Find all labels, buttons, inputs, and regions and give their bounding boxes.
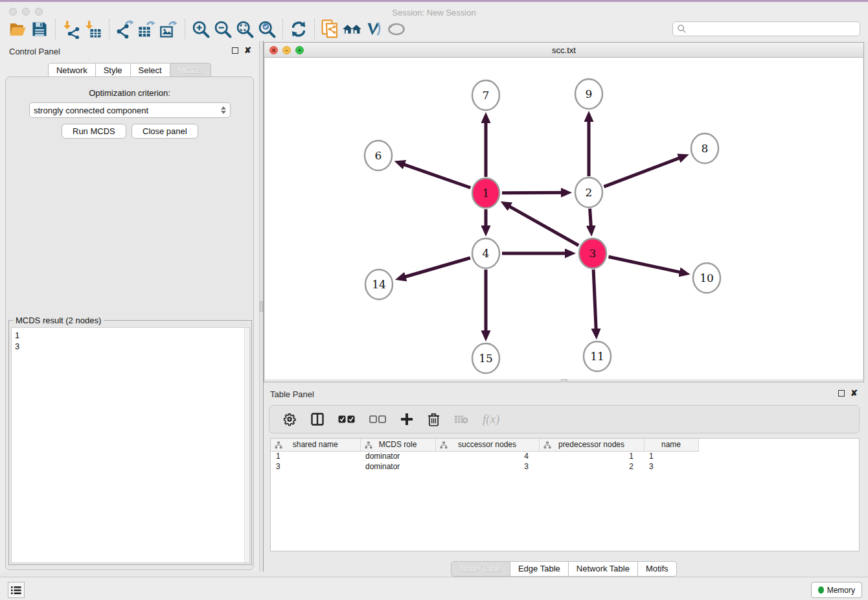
column-mcds-role[interactable]: MCDS role xyxy=(360,439,435,451)
graph-node-15[interactable]: 15 xyxy=(472,343,499,373)
hierarchy-icon xyxy=(543,441,551,451)
import-network-icon[interactable] xyxy=(60,18,82,40)
column-shared-name[interactable]: shared name xyxy=(271,439,360,451)
criterion-value: strongly connected component xyxy=(34,106,148,115)
graph-node-7[interactable]: 7 xyxy=(472,80,499,110)
delete-table-icon xyxy=(454,414,468,424)
import-table-icon[interactable] xyxy=(82,18,104,40)
graph-node-4[interactable]: 4 xyxy=(472,238,499,268)
export-table-icon[interactable] xyxy=(136,18,158,40)
tab-node-table[interactable]: Node Table xyxy=(451,561,510,577)
svg-text:15: 15 xyxy=(479,352,493,365)
float-panel-icon[interactable] xyxy=(232,47,238,54)
mcds-result-legend: MCDS result (2 nodes) xyxy=(13,316,104,325)
search-icon xyxy=(677,24,687,34)
export-network-icon[interactable] xyxy=(114,18,136,40)
column-successor-nodes[interactable]: successor nodes xyxy=(435,439,539,451)
vizmapper-icon[interactable] xyxy=(363,18,385,40)
graph-node-3[interactable]: 3 xyxy=(579,238,606,268)
table-row[interactable]: 1dominator411 xyxy=(271,451,698,461)
svg-text:7: 7 xyxy=(483,89,490,102)
toolbar-separator xyxy=(314,19,315,39)
function-builder-icon: f(x) xyxy=(483,412,499,426)
table-header-row: shared name MCDS role successor nodes pr… xyxy=(271,439,698,451)
svg-text:2: 2 xyxy=(586,186,593,199)
gear-icon[interactable] xyxy=(282,412,297,426)
graph-node-14[interactable]: 14 xyxy=(365,270,393,299)
network-canvas[interactable]: 7968124314101511 xyxy=(265,58,863,379)
add-column-icon[interactable] xyxy=(400,413,413,426)
memory-status-icon xyxy=(818,586,824,594)
svg-text:3: 3 xyxy=(589,247,597,260)
delete-column-icon[interactable] xyxy=(428,413,440,426)
close-panel-icon[interactable]: ✘ xyxy=(851,390,858,397)
node-table-container[interactable]: shared name MCDS role successor nodes pr… xyxy=(270,438,860,551)
svg-text:10: 10 xyxy=(700,271,714,284)
zoom-out-icon[interactable] xyxy=(212,18,234,40)
split-columns-icon[interactable] xyxy=(311,413,324,426)
graph-node-11[interactable]: 11 xyxy=(584,341,611,371)
graph-edge-1-2[interactable] xyxy=(502,192,562,193)
table-tabs: Node Table Edge Table Network Table Moti… xyxy=(264,561,864,577)
close-panel-button[interactable]: Close panel xyxy=(131,124,198,139)
open-file-icon[interactable] xyxy=(6,18,29,40)
column-name[interactable]: name xyxy=(644,439,698,451)
graph-edge-3-10[interactable] xyxy=(608,257,680,272)
graph-node-10[interactable]: 10 xyxy=(693,263,720,293)
graph-edge-2-3[interactable] xyxy=(590,209,591,226)
tab-network-table[interactable]: Network Table xyxy=(569,561,638,577)
select-all-checkboxes-icon[interactable] xyxy=(338,415,355,424)
svg-text:8: 8 xyxy=(702,142,709,155)
graph-edge-3-1[interactable] xyxy=(510,207,579,246)
graph-edge-3-11[interactable] xyxy=(593,270,596,329)
table-row[interactable]: 3dominator323 xyxy=(271,461,698,472)
result-scrollbar[interactable] xyxy=(244,328,249,562)
search-input[interactable] xyxy=(687,25,860,34)
zoom-in-icon[interactable] xyxy=(190,18,212,40)
mcds-result-text: 1 3 xyxy=(12,328,249,354)
control-panel-title: Control Panel xyxy=(9,47,60,56)
horizontal-splitter-handle[interactable] xyxy=(561,379,567,382)
graph-edge-1-6[interactable] xyxy=(404,165,471,188)
tab-edge-table[interactable]: Edge Table xyxy=(510,561,569,577)
splitter-handle[interactable] xyxy=(260,301,263,312)
save-session-icon[interactable] xyxy=(29,18,51,40)
show-hide-panels-icon[interactable] xyxy=(385,18,407,40)
mcds-result-area[interactable]: 1 3 xyxy=(11,327,250,563)
graph-node-8[interactable]: 8 xyxy=(691,133,718,163)
graph-edge-4-14[interactable] xyxy=(405,258,470,277)
zoom-fit-icon[interactable] xyxy=(234,18,256,40)
network-titlebar[interactable]: ✕ − + scc.txt xyxy=(264,43,863,58)
svg-text:4: 4 xyxy=(483,247,490,260)
new-session-icon[interactable] xyxy=(319,18,341,40)
tab-motifs[interactable]: Motifs xyxy=(638,561,677,577)
memory-button[interactable]: Memory xyxy=(811,582,862,598)
export-image-icon[interactable] xyxy=(158,18,180,40)
graph-node-9[interactable]: 9 xyxy=(575,79,602,109)
vertical-splitter[interactable] xyxy=(259,41,264,571)
hierarchy-icon xyxy=(440,441,448,451)
table-toolbar: f(x) xyxy=(269,405,860,433)
graph-node-1[interactable]: 1 xyxy=(472,178,499,208)
toolbar-separator xyxy=(55,19,56,39)
float-panel-icon[interactable] xyxy=(838,390,845,397)
search-field[interactable] xyxy=(672,21,860,36)
node-table: shared name MCDS role successor nodes pr… xyxy=(271,439,699,472)
dropdown-stepper-icon xyxy=(221,106,226,114)
graph-node-6[interactable]: 6 xyxy=(365,141,392,170)
toolbar-separator xyxy=(109,19,109,39)
graph-edge-2-8[interactable] xyxy=(604,158,679,187)
criterion-dropdown[interactable]: strongly connected component xyxy=(29,102,231,118)
home-icon[interactable] xyxy=(341,18,363,40)
column-predecessor-nodes[interactable]: predecessor nodes xyxy=(539,439,644,451)
graph-node-2[interactable]: 2 xyxy=(575,178,602,207)
apply-layout-icon[interactable] xyxy=(288,18,310,40)
run-mcds-button[interactable]: Run MCDS xyxy=(62,124,126,139)
deselect-all-checkboxes-icon[interactable] xyxy=(369,415,386,424)
table-panel-title: Table Panel xyxy=(270,389,314,399)
main-titlebar: Session: New Session xyxy=(0,2,868,17)
zoom-selected-icon[interactable] xyxy=(256,18,278,40)
close-panel-icon[interactable]: ✘ xyxy=(244,47,251,54)
list-icon xyxy=(11,586,21,595)
task-history-button[interactable] xyxy=(8,582,25,598)
